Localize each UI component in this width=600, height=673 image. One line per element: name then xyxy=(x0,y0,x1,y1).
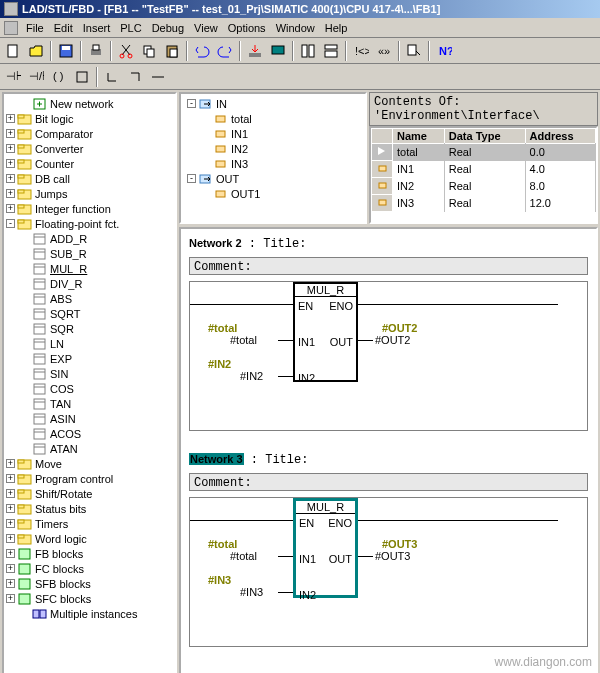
cell-name[interactable]: IN1 xyxy=(393,161,445,178)
variable-table[interactable]: NameData TypeAddresstotalReal0.0IN1Real4… xyxy=(369,126,598,224)
row-header[interactable] xyxy=(372,144,393,161)
table-row[interactable]: IN1Real4.0 xyxy=(372,161,596,178)
table-row[interactable]: IN3Real12.0 xyxy=(372,195,596,212)
cell-name[interactable]: total xyxy=(393,144,445,161)
network[interactable]: Network 2 : Title:Comment:MUL_RENENOIN1O… xyxy=(189,237,588,431)
branch-close-button[interactable] xyxy=(124,66,146,88)
table-row[interactable]: totalReal0.0 xyxy=(372,144,596,161)
row-header[interactable] xyxy=(372,161,393,178)
cell-addr[interactable]: 4.0 xyxy=(525,161,595,178)
undo-button[interactable] xyxy=(191,40,213,62)
tree-item[interactable]: +Counter xyxy=(6,156,173,171)
copy-button[interactable] xyxy=(138,40,160,62)
comment-box[interactable]: Comment: xyxy=(189,257,588,275)
value-label[interactable]: #total xyxy=(230,334,257,346)
help-button[interactable]: N? xyxy=(433,40,455,62)
col-header[interactable]: Address xyxy=(525,129,595,144)
expand-icon[interactable]: + xyxy=(6,114,15,123)
branch-open-button[interactable] xyxy=(101,66,123,88)
overview-button[interactable] xyxy=(320,40,342,62)
tree-item[interactable]: -IN xyxy=(183,96,363,111)
tree-item[interactable]: +Integer function xyxy=(6,201,173,216)
cell-name[interactable]: IN3 xyxy=(393,195,445,212)
ladder-rung[interactable]: MUL_RENENOIN1OUTIN2#total#total#IN3#IN3#… xyxy=(189,497,588,647)
new-button[interactable] xyxy=(2,40,24,62)
tree-item[interactable]: SQR xyxy=(6,321,173,336)
cell-addr[interactable]: 8.0 xyxy=(525,178,595,195)
tree-item[interactable]: TAN xyxy=(6,396,173,411)
expand-icon[interactable]: + xyxy=(6,129,15,138)
tree-item[interactable]: SUB_R xyxy=(6,246,173,261)
tree-item[interactable]: +Timers xyxy=(6,516,173,531)
cell-name[interactable]: IN2 xyxy=(393,178,445,195)
menu-help[interactable]: Help xyxy=(325,22,348,34)
tree-item[interactable]: IN3 xyxy=(183,156,363,171)
tree-item[interactable]: Multiple instances xyxy=(6,606,173,621)
tree-item[interactable]: LN xyxy=(6,336,173,351)
cell-addr[interactable]: 12.0 xyxy=(525,195,595,212)
expand-icon[interactable]: + xyxy=(6,564,15,573)
table-row[interactable]: IN2Real8.0 xyxy=(372,178,596,195)
tree-item[interactable]: MUL_R xyxy=(6,261,173,276)
network-title[interactable]: Network 2 : Title: xyxy=(189,237,588,251)
open-button[interactable] xyxy=(25,40,47,62)
expand-icon[interactable]: + xyxy=(6,144,15,153)
code-editor[interactable]: Network 2 : Title:Comment:MUL_RENENOIN1O… xyxy=(179,227,598,673)
tree-item[interactable]: EXP xyxy=(6,351,173,366)
cell-type[interactable]: Real xyxy=(444,161,525,178)
tree-item[interactable]: +FC blocks xyxy=(6,561,173,576)
tree-item[interactable]: ACOS xyxy=(6,426,173,441)
tree-item[interactable]: +Status bits xyxy=(6,501,173,516)
tree-item[interactable]: total xyxy=(183,111,363,126)
expand-icon[interactable]: + xyxy=(6,534,15,543)
tree-item[interactable]: +Move xyxy=(6,456,173,471)
collapse-icon[interactable]: - xyxy=(187,99,196,108)
tree-item[interactable]: ABS xyxy=(6,291,173,306)
cell-type[interactable]: Real xyxy=(444,195,525,212)
contact-no-button[interactable]: ⊣⊢ xyxy=(2,66,24,88)
contact-nc-button[interactable]: ⊣/⊢ xyxy=(25,66,47,88)
menu-plc[interactable]: PLC xyxy=(120,22,141,34)
value-label[interactable]: #OUT2 xyxy=(375,334,410,346)
row-header[interactable] xyxy=(372,195,393,212)
expand-icon[interactable]: + xyxy=(6,594,15,603)
comment-box[interactable]: Comment: xyxy=(189,473,588,491)
expand-icon[interactable]: + xyxy=(6,189,15,198)
tree-item[interactable]: IN1 xyxy=(183,126,363,141)
tree-item[interactable]: DIV_R xyxy=(6,276,173,291)
collapse-icon[interactable]: - xyxy=(6,219,15,228)
tree-item[interactable]: COS xyxy=(6,381,173,396)
menu-edit[interactable]: Edit xyxy=(54,22,73,34)
redo-button[interactable] xyxy=(214,40,236,62)
tree-item[interactable]: +Program control xyxy=(6,471,173,486)
tree-item[interactable]: +DB call xyxy=(6,171,173,186)
tree-item[interactable]: ATAN xyxy=(6,441,173,456)
col-header[interactable]: Name xyxy=(393,129,445,144)
tree-item[interactable]: SQRT xyxy=(6,306,173,321)
tree-item[interactable]: ASIN xyxy=(6,411,173,426)
tree-item[interactable]: +SFC blocks xyxy=(6,591,173,606)
menu-debug[interactable]: Debug xyxy=(152,22,184,34)
network[interactable]: Network 3 : Title:Comment:MUL_RENENOIN1O… xyxy=(189,453,588,647)
expand-icon[interactable]: + xyxy=(6,474,15,483)
format-button[interactable]: «» xyxy=(373,40,395,62)
tree-item[interactable]: -OUT xyxy=(183,171,363,186)
function-block[interactable]: MUL_RENENOIN1OUTIN2 xyxy=(293,282,358,382)
tree-item[interactable]: -Floating-point fct. xyxy=(6,216,173,231)
cell-addr[interactable]: 0.0 xyxy=(525,144,595,161)
interface-tree[interactable]: -INtotalIN1IN2IN3-OUTOUT1 xyxy=(179,92,367,224)
menu-view[interactable]: View xyxy=(194,22,218,34)
tree-item[interactable]: +Comparator xyxy=(6,126,173,141)
ladder-rung[interactable]: MUL_RENENOIN1OUTIN2#total#total#IN2#IN2#… xyxy=(189,281,588,431)
col-header[interactable]: Data Type xyxy=(444,129,525,144)
menu-file[interactable]: File xyxy=(26,22,44,34)
menu-options[interactable]: Options xyxy=(228,22,266,34)
col-header[interactable] xyxy=(372,129,393,144)
expand-icon[interactable]: + xyxy=(6,459,15,468)
box-button[interactable] xyxy=(71,66,93,88)
value-label[interactable]: #total xyxy=(230,550,257,562)
tree-item[interactable]: +SFB blocks xyxy=(6,576,173,591)
coil-button[interactable]: ( ) xyxy=(48,66,70,88)
cell-type[interactable]: Real xyxy=(444,144,525,161)
tree-item[interactable]: +Bit logic xyxy=(6,111,173,126)
